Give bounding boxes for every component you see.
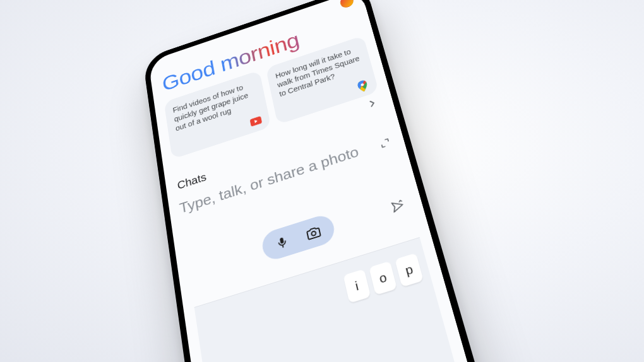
svg-point-4 <box>311 231 316 236</box>
maps-icon <box>356 79 370 93</box>
action-pill <box>260 213 337 263</box>
key[interactable]: p <box>395 253 423 287</box>
camera-button[interactable] <box>305 224 322 241</box>
send-icon[interactable] <box>389 197 407 216</box>
youtube-icon <box>249 115 262 128</box>
mic-button[interactable] <box>275 234 290 250</box>
expand-icon[interactable] <box>376 134 395 152</box>
svg-rect-3 <box>280 237 284 244</box>
chevron-right-icon[interactable] <box>366 96 379 110</box>
